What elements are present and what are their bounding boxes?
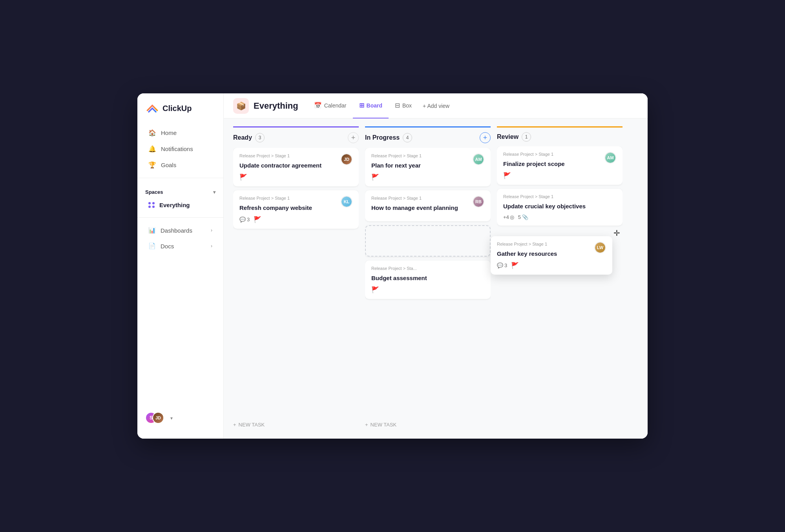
app-name: ClickUp bbox=[162, 104, 192, 113]
logo-area: ClickUp bbox=[137, 101, 223, 125]
card-avatar: JD bbox=[341, 153, 352, 165]
flag-green-icon: 🚩 bbox=[511, 262, 519, 269]
card-meta: Release Project > Sta... bbox=[371, 266, 484, 271]
tab-calendar[interactable]: 📅 Calendar bbox=[308, 93, 353, 118]
clickup-logo-icon bbox=[145, 101, 159, 115]
add-view-button[interactable]: + Add view bbox=[418, 93, 454, 118]
card-plan-next-year[interactable]: Release Project > Stage 1 Plan for next … bbox=[365, 148, 491, 186]
drag-card-gather-resources[interactable]: ✛ Release Project > Stage 1 Gather key r… bbox=[491, 236, 612, 275]
card-update-contractor[interactable]: Release Project > Stage 1 Update contrac… bbox=[233, 148, 359, 186]
card-avatar: RB bbox=[473, 196, 484, 208]
comment-count: 5 📎 bbox=[518, 214, 528, 220]
tab-box[interactable]: ⊟ Box bbox=[389, 93, 418, 118]
sidebar-item-home[interactable]: 🏠 Home bbox=[141, 125, 220, 140]
cube-icon: 📦 bbox=[236, 101, 246, 111]
card-avatar: AM bbox=[604, 152, 616, 164]
avatar-circle: AM bbox=[473, 154, 484, 164]
column-review-title: Review bbox=[497, 133, 518, 140]
card-avatar: AM bbox=[473, 153, 484, 165]
column-ready-cards: Release Project > Stage 1 Update contrac… bbox=[233, 148, 359, 417]
avatar-user: JD bbox=[152, 412, 164, 424]
drag-handle-icon[interactable]: ✛ bbox=[613, 228, 620, 238]
sidebar-item-dashboards[interactable]: 📊 Dashboards › bbox=[141, 223, 220, 238]
sidebar: ClickUp 🏠 Home 🔔 Notifications 🏆 Goals S… bbox=[137, 93, 224, 439]
column-inprogress-count: 4 bbox=[403, 133, 412, 142]
comment-icon: 💬 bbox=[497, 262, 503, 268]
card-title: Plan for next year bbox=[371, 161, 484, 169]
user-area[interactable]: S JD ▾ bbox=[137, 406, 223, 431]
drag-card-title: Gather key resources bbox=[497, 250, 606, 258]
main-content: 📦 Everything 📅 Calendar ⊞ Board ⊟ Box + … bbox=[224, 93, 648, 439]
column-ready: Ready 3 + Release Project > Stage 1 Upda… bbox=[233, 126, 359, 431]
column-inprogress-title: In Progress bbox=[365, 134, 400, 141]
docs-expand-icon: › bbox=[211, 243, 212, 249]
page-title: Everything bbox=[254, 101, 298, 111]
inprogress-new-task-button[interactable]: + NEW TASK bbox=[365, 419, 491, 431]
card-event-planning[interactable]: Release Project > Stage 1 How to manage … bbox=[365, 190, 491, 221]
card-footer: 🚩 bbox=[371, 173, 484, 181]
card-title: Update contractor agreement bbox=[239, 161, 352, 169]
trophy-icon: 🏆 bbox=[148, 161, 156, 169]
card-refresh-website[interactable]: Release Project > Stage 1 Refresh compan… bbox=[233, 190, 359, 229]
attachment-icon: 📎 bbox=[522, 214, 528, 220]
avatar-circle: AM bbox=[605, 153, 615, 163]
card-title: How to manage event planning bbox=[371, 204, 484, 212]
card-dashed-placeholder bbox=[365, 225, 491, 257]
column-ready-add-button[interactable]: + bbox=[348, 132, 359, 143]
sidebar-item-docs[interactable]: 📄 Docs › bbox=[141, 239, 220, 253]
view-icon-box: 📦 bbox=[233, 98, 249, 114]
card-budget-assessment[interactable]: Release Project > Sta... Budget assessme… bbox=[365, 261, 491, 299]
sidebar-item-goals-label: Goals bbox=[161, 162, 176, 168]
sidebar-item-everything[interactable]: Everything bbox=[141, 198, 220, 212]
sidebar-item-notifications-label: Notifications bbox=[161, 146, 193, 152]
comment-count: 💬 3 bbox=[239, 217, 250, 222]
flag-red-icon: 🚩 bbox=[503, 172, 511, 179]
top-bar: 📦 Everything 📅 Calendar ⊞ Board ⊟ Box + … bbox=[224, 93, 648, 118]
card-meta: Release Project > Stage 1 bbox=[503, 152, 616, 157]
card-footer: +4 ◎ 5 📎 bbox=[503, 214, 616, 220]
avatar-circle: KL bbox=[341, 197, 352, 207]
column-ready-count: 3 bbox=[255, 133, 265, 142]
flag-red-icon: 🚩 bbox=[371, 173, 379, 181]
card-footer: 💬 3 🚩 bbox=[239, 216, 352, 223]
extra-count: +4 ◎ bbox=[503, 214, 514, 220]
column-review-count: 1 bbox=[522, 132, 531, 142]
tab-board[interactable]: ⊞ Board bbox=[353, 93, 389, 118]
plus-icon: + bbox=[365, 422, 368, 428]
card-update-objectives[interactable]: Release Project > Stage 1 Update crucial… bbox=[497, 189, 623, 226]
ready-new-task-button[interactable]: + NEW TASK bbox=[233, 419, 359, 431]
card-title: Update crucial key objectives bbox=[503, 202, 616, 210]
card-meta: Release Project > Stage 1 bbox=[239, 153, 352, 158]
card-meta: Release Project > Stage 1 bbox=[371, 196, 484, 200]
column-inprogress-cards: Release Project > Stage 1 Plan for next … bbox=[365, 148, 491, 417]
user-avatars: S JD bbox=[145, 412, 166, 425]
column-inprogress-header: In Progress 4 + bbox=[365, 126, 491, 148]
sidebar-item-goals[interactable]: 🏆 Goals bbox=[141, 157, 220, 173]
column-review: Review 1 Release Project > Stage 1 Final… bbox=[497, 126, 623, 431]
plus-icon: + bbox=[233, 422, 236, 428]
spaces-section-label: Spaces ▾ bbox=[137, 183, 223, 197]
sidebar-item-notifications[interactable]: 🔔 Notifications bbox=[141, 141, 220, 157]
column-review-cards: Release Project > Stage 1 Finalize proje… bbox=[497, 146, 623, 431]
flag-orange-icon: 🚩 bbox=[239, 173, 247, 181]
avatar-circle: RB bbox=[473, 197, 484, 207]
card-avatar: KL bbox=[341, 196, 352, 208]
card-meta: Release Project > Stage 1 bbox=[239, 196, 352, 200]
sidebar-divider-2 bbox=[137, 217, 223, 218]
card-title: Refresh company website bbox=[239, 204, 352, 212]
card-avatar: LW bbox=[594, 242, 606, 253]
sidebar-divider-1 bbox=[137, 178, 223, 178]
calendar-icon: 📅 bbox=[314, 102, 322, 109]
flag-green-icon: 🚩 bbox=[254, 216, 261, 223]
drag-card-footer: 💬 3 🚩 bbox=[497, 262, 606, 269]
dashboards-expand-icon: › bbox=[211, 228, 212, 233]
box-icon: ⊟ bbox=[395, 102, 400, 109]
flag-orange-icon: 🚩 bbox=[371, 286, 379, 293]
spaces-chevron-icon[interactable]: ▾ bbox=[213, 189, 215, 195]
grid-dots-icon bbox=[148, 202, 155, 208]
comment-icon: 💬 bbox=[239, 217, 246, 222]
avatar-circle: LW bbox=[595, 242, 605, 253]
column-inprogress-add-button[interactable]: + bbox=[480, 132, 491, 143]
card-finalize-scope[interactable]: Release Project > Stage 1 Finalize proje… bbox=[497, 146, 623, 185]
dashboards-icon: 📊 bbox=[148, 227, 156, 234]
